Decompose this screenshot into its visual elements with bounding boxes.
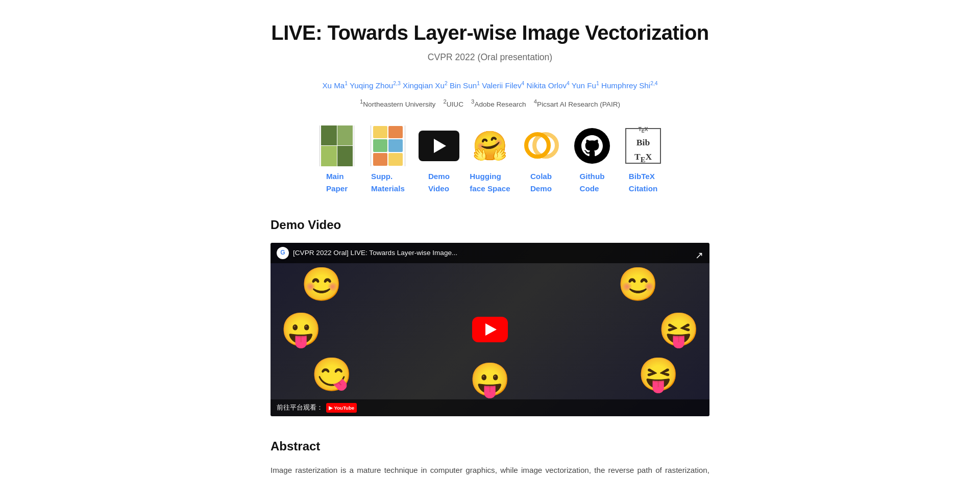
page-subtitle: CVPR 2022 (Oral presentation) bbox=[271, 50, 709, 64]
video-title-text: [CVPR 2022 Oral] LIVE: Towards Layer-wis… bbox=[293, 247, 457, 259]
video-container[interactable]: G [CVPR 2022 Oral] LIVE: Towards Layer-w… bbox=[271, 243, 709, 416]
github-octocat-svg bbox=[581, 135, 603, 157]
affil-4: 4Picsart AI Research (PAIR) bbox=[534, 100, 620, 108]
affil-3: 3Adobe Research bbox=[471, 100, 526, 108]
share-icon: ↗ bbox=[695, 248, 703, 264]
main-paper-label: MainPaper bbox=[326, 170, 348, 195]
google-g-icon: G bbox=[277, 247, 289, 259]
hugging-face-emoji: 🤗 bbox=[472, 132, 508, 160]
affil-1: 1Northeastern University bbox=[360, 100, 435, 108]
demo-video-heading: Demo Video bbox=[271, 215, 709, 235]
bibtex-box-icon: TEX Bib TEX bbox=[625, 128, 661, 164]
bibtex-citation-label: BibTeXCitation bbox=[629, 170, 658, 195]
play-triangle-icon bbox=[434, 139, 446, 153]
abstract-section: Abstract Image rasterization is a mature… bbox=[271, 437, 709, 480]
hugging-face-link[interactable]: 🤗 Huggingface Space bbox=[470, 125, 510, 195]
github-code-icon bbox=[572, 125, 612, 166]
video-bottom-bar: 前往平台观看： ▶ YouTube bbox=[271, 399, 709, 416]
author-humphrey-shi[interactable]: Humphrey Shi2,4 bbox=[601, 81, 658, 90]
links-row: MainPaper bbox=[271, 125, 709, 195]
video-bottom-text: 前往平台观看： bbox=[277, 402, 323, 413]
author-yun-fu[interactable]: Yun Fu1 bbox=[572, 81, 601, 90]
emoji-bot-right: 😝 bbox=[638, 348, 679, 400]
colab-icon-wrapper bbox=[522, 132, 560, 160]
youtube-logo: ▶ YouTube bbox=[326, 403, 357, 413]
colab-demo-label: ColabDemo bbox=[530, 170, 552, 195]
supp-materials-icon bbox=[368, 125, 408, 166]
video-placeholder: G [CVPR 2022 Oral] LIVE: Towards Layer-w… bbox=[271, 243, 709, 416]
hugging-face-icon: 🤗 bbox=[470, 125, 510, 166]
hugging-face-label: Huggingface Space bbox=[470, 170, 510, 195]
emoji-mid-right: 😝 bbox=[658, 304, 699, 356]
abstract-text: Image rasterization is a mature techniqu… bbox=[271, 464, 709, 480]
authors-section: Xu Ma1 Yuqing Zhou2,3 Xingqian Xu2 Bin S… bbox=[271, 80, 709, 92]
youtube-play-triangle-icon bbox=[485, 323, 497, 336]
author-nikita-orlov[interactable]: Nikita Orlov4 bbox=[527, 81, 572, 90]
abstract-heading: Abstract bbox=[271, 437, 709, 456]
emoji-bot-center: 😛 bbox=[470, 353, 510, 406]
colab-demo-icon bbox=[521, 125, 561, 166]
supp-materials-link[interactable]: Supp.Materials bbox=[368, 125, 408, 195]
affil-2: 2UIUC bbox=[443, 100, 463, 108]
author-yuqing-zhou[interactable]: Yuqing Zhou2,3 bbox=[350, 81, 403, 90]
page-title: LIVE: Towards Layer-wise Image Vectoriza… bbox=[271, 20, 709, 45]
affiliations-section: 1Northeastern University 2UIUC 3Adobe Re… bbox=[271, 97, 709, 110]
demo-video-section: Demo Video G [CVPR 2022 Oral] LIVE: Towa… bbox=[271, 215, 709, 416]
bibtex-citation-link[interactable]: TEX Bib TEX BibTeXCitation bbox=[623, 125, 664, 195]
page-container: LIVE: Towards Layer-wise Image Vectoriza… bbox=[260, 0, 720, 480]
github-code-label: GithubCode bbox=[580, 170, 605, 195]
colab-svg bbox=[523, 132, 559, 160]
demo-video-link[interactable]: DemoVideo bbox=[419, 125, 459, 195]
supp-materials-label: Supp.Materials bbox=[371, 170, 405, 195]
emoji-mid-left: 😛 bbox=[281, 304, 322, 356]
demo-video-label: DemoVideo bbox=[428, 170, 450, 195]
author-valerii-filev[interactable]: Valerii Filev4 bbox=[482, 81, 526, 90]
emoji-bot-left: 😋 bbox=[311, 348, 352, 400]
supp-materials-thumbnail bbox=[371, 125, 405, 166]
main-paper-icon bbox=[316, 125, 357, 166]
author-xu-ma[interactable]: Xu Ma1 bbox=[322, 81, 350, 90]
github-code-link[interactable]: GithubCode bbox=[572, 125, 612, 195]
youtube-play-button[interactable] bbox=[472, 317, 508, 342]
emoji-top-right: 😊 bbox=[618, 258, 658, 310]
main-paper-link[interactable]: MainPaper bbox=[316, 125, 357, 195]
author-xingqian-xu[interactable]: Xingqian Xu2 bbox=[403, 81, 450, 90]
author-bin-sun[interactable]: Bin Sun1 bbox=[450, 81, 482, 90]
emoji-top-left: 😊 bbox=[301, 258, 342, 310]
github-icon-circle bbox=[574, 128, 610, 164]
colab-demo-link[interactable]: ColabDemo bbox=[521, 125, 561, 195]
play-button-icon bbox=[419, 131, 459, 161]
main-paper-thumbnail bbox=[320, 125, 354, 166]
bibtex-citation-icon: TEX Bib TEX bbox=[623, 125, 664, 166]
demo-video-icon bbox=[419, 125, 459, 166]
